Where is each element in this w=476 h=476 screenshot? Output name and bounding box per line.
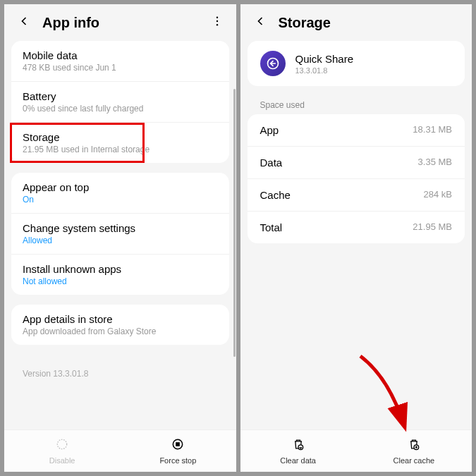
app-version-text: Version 13.3.01.8: [11, 355, 229, 393]
row-app-size: App 18.31 MB: [248, 114, 465, 146]
row-title: Appear on top: [23, 181, 218, 193]
store-card: App details in store App downloaded from…: [11, 305, 229, 345]
row-data-size: Data 3.35 MB: [248, 146, 465, 178]
back-icon[interactable]: [253, 14, 267, 31]
row-title: Mobile data: [23, 49, 218, 61]
clear-data-button[interactable]: Clear data: [240, 430, 356, 472]
row-appear-on-top[interactable]: Appear on top On: [11, 173, 229, 213]
row-storage[interactable]: Storage 21.95 MB used in Internal storag…: [11, 122, 229, 163]
back-icon[interactable]: [17, 14, 31, 31]
app-info-text: Quick Share 13.3.01.8: [295, 53, 354, 75]
button-label: Force stop: [159, 456, 196, 465]
svg-point-3: [57, 439, 66, 448]
svg-point-2: [216, 24, 217, 25]
more-icon[interactable]: [211, 15, 224, 30]
page-title: Storage: [279, 15, 460, 31]
app-version: 13.3.01.8: [295, 66, 354, 75]
data-label: App: [260, 124, 279, 136]
row-sub: On: [23, 195, 218, 205]
data-label: Total: [260, 221, 283, 233]
row-cache-size: Cache 284 kB: [248, 178, 465, 211]
usage-card: Mobile data 478 KB used since Jun 1 Batt…: [11, 41, 229, 163]
row-sub: Not allowed: [23, 276, 218, 286]
row-change-sys[interactable]: Change system settings Allowed: [11, 213, 229, 254]
content[interactable]: Mobile data 478 KB used since Jun 1 Batt…: [4, 41, 236, 429]
data-value: 21.95 MB: [413, 221, 452, 233]
row-sub: 478 KB used since Jun 1: [23, 63, 218, 73]
app-header: Quick Share 13.3.01.8: [248, 41, 465, 86]
disable-button: Disable: [4, 430, 120, 472]
row-sub: App downloaded from Galaxy Store: [23, 327, 218, 336]
row-title: Storage: [23, 131, 218, 143]
data-value: 3.35 MB: [418, 157, 452, 169]
trash-icon: [407, 437, 421, 454]
trash-icon: [291, 437, 305, 454]
disable-icon: [55, 437, 69, 454]
clear-cache-button[interactable]: Clear cache: [356, 430, 472, 472]
row-total-size: Total 21.95 MB: [248, 211, 465, 243]
permissions-card: Appear on top On Change system settings …: [11, 173, 229, 295]
bottom-bar: Disable Force stop: [4, 429, 236, 472]
data-value: 284 kB: [424, 189, 452, 201]
data-label: Data: [260, 157, 283, 169]
storage-screen: Storage Quick Share 13.3.01.8 Space used…: [240, 4, 472, 472]
scrollbar[interactable]: [233, 89, 236, 357]
data-label: Cache: [260, 189, 291, 201]
stop-icon: [171, 437, 185, 454]
row-app-details[interactable]: App details in store App downloaded from…: [11, 305, 229, 345]
button-label: Clear cache: [393, 456, 435, 465]
button-label: Clear data: [280, 456, 316, 465]
header: Storage: [240, 4, 472, 41]
section-label: Space used: [248, 96, 465, 114]
row-battery[interactable]: Battery 0% used since last fully charged: [11, 81, 229, 122]
quick-share-icon: [260, 51, 286, 76]
button-label: Disable: [49, 456, 75, 465]
page-title: App info: [42, 15, 211, 31]
app-info-screen: App info Mobile data 478 KB used since J…: [4, 4, 236, 472]
app-name: Quick Share: [295, 53, 354, 65]
row-sub: 0% used since last fully charged: [23, 104, 218, 114]
row-install-unknown[interactable]: Install unknown apps Not allowed: [11, 254, 229, 295]
row-title: Battery: [23, 90, 218, 102]
row-sub: Allowed: [23, 236, 218, 245]
row-title: Install unknown apps: [23, 263, 218, 275]
svg-point-0: [216, 17, 217, 18]
row-title: Change system settings: [23, 222, 218, 234]
svg-point-1: [216, 20, 217, 22]
content[interactable]: Quick Share 13.3.01.8 Space used App 18.…: [240, 41, 472, 429]
row-sub: 21.95 MB used in Internal storage: [23, 145, 218, 154]
space-used-card: App 18.31 MB Data 3.35 MB Cache 284 kB T…: [248, 114, 465, 243]
row-mobile-data[interactable]: Mobile data 478 KB used since Jun 1: [11, 41, 229, 81]
row-title: App details in store: [23, 313, 218, 325]
data-value: 18.31 MB: [413, 124, 452, 136]
svg-rect-5: [176, 443, 179, 446]
force-stop-button[interactable]: Force stop: [120, 430, 236, 472]
bottom-bar: Clear data Clear cache: [240, 429, 472, 472]
header: App info: [4, 4, 236, 41]
